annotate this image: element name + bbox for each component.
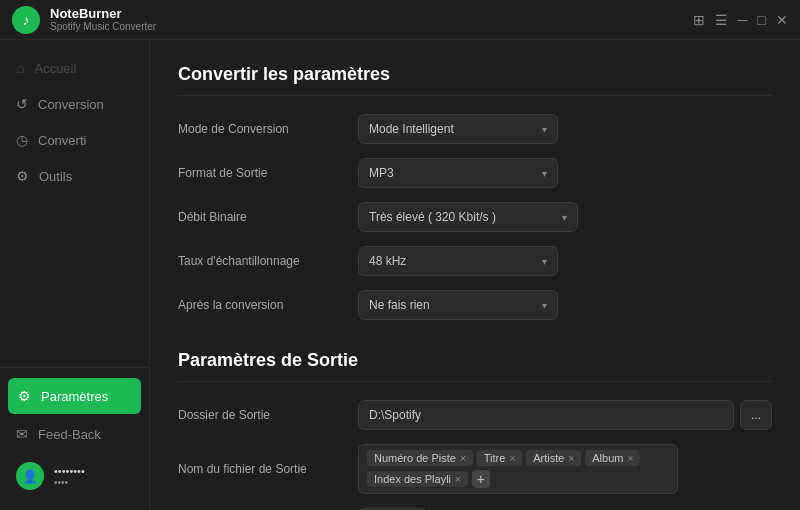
sidebar-label-outils: Outils: [39, 169, 72, 184]
dropdown-mode-value: Mode Intelligent: [369, 122, 454, 136]
dropdown-debit-value: Très élevé ( 320 Kbit/s ): [369, 210, 496, 224]
tag-artiste: Artiste ×: [526, 450, 581, 466]
tag-label: Numéro de Piste: [374, 452, 456, 464]
dropdown-format-value: MP3: [369, 166, 394, 180]
close-button[interactable]: ✕: [776, 12, 788, 28]
user-status: ••••: [54, 477, 85, 488]
section-conversion-title: Convertir les paramètres: [178, 64, 772, 96]
user-profile[interactable]: 👤 •••••••• ••••: [0, 452, 149, 500]
row-nom-fichier: Nom du fichier de Sortie Numéro de Piste…: [178, 444, 772, 494]
minimize-icon[interactable]: ─: [738, 12, 748, 28]
tag-titre: Titre ×: [477, 450, 522, 466]
control-dossier: ...: [358, 400, 772, 430]
titlebar: ♪ NoteBurner Spotify Music Converter ⊞ ☰…: [0, 0, 800, 40]
sidebar-item-feedback[interactable]: ✉ Feed-Back: [0, 416, 149, 452]
path-input-row: ...: [358, 400, 772, 430]
converti-icon: ◷: [16, 132, 28, 148]
browse-button[interactable]: ...: [740, 400, 772, 430]
tools-icon: ⚙: [16, 168, 29, 184]
dropdown-taux[interactable]: 48 kHz ▾: [358, 246, 558, 276]
row-taux-echantillonnage: Taux d'échantillonnage 48 kHz ▾: [178, 246, 772, 276]
row-dossier-sortie: Dossier de Sortie ...: [178, 400, 772, 430]
dropdown-debit[interactable]: Très élevé ( 320 Kbit/s ) ▾: [358, 202, 578, 232]
dropdown-apres-value: Ne fais rien: [369, 298, 430, 312]
user-avatar-icon: 👤: [22, 469, 38, 484]
feedback-icon: ✉: [16, 426, 28, 442]
grid-icon[interactable]: ⊞: [693, 12, 705, 28]
titlebar-controls: ⊞ ☰ ─ □ ✕: [693, 12, 788, 28]
sidebar-item-accueil[interactable]: ⌂ Accueil: [0, 50, 149, 86]
sidebar-label-accueil: Accueil: [34, 61, 76, 76]
control-debit-binaire: Très élevé ( 320 Kbit/s ) ▾: [358, 202, 772, 232]
app-name: NoteBurner: [50, 6, 156, 22]
sidebar: ⌂ Accueil ↺ Conversion ◷ Converti ⚙ Outi…: [0, 40, 150, 510]
app-logo: ♪: [12, 6, 40, 34]
sidebar-label-conversion: Conversion: [38, 97, 104, 112]
dropdown-mode-conversion[interactable]: Mode Intelligent ▾: [358, 114, 558, 144]
menu-icon[interactable]: ☰: [715, 12, 728, 28]
sidebar-label-converti: Converti: [38, 133, 86, 148]
control-format-sortie: MP3 ▾: [358, 158, 772, 188]
label-mode-conversion: Mode de Conversion: [178, 122, 358, 136]
tag-label: Album: [592, 452, 623, 464]
sidebar-item-conversion[interactable]: ↺ Conversion: [0, 86, 149, 122]
row-mode-conversion: Mode de Conversion Mode Intelligent ▾: [178, 114, 772, 144]
sidebar-item-parametres[interactable]: ⚙ Paramètres: [8, 378, 141, 414]
tag-label: Titre: [484, 452, 506, 464]
sidebar-item-converti[interactable]: ◷ Converti: [0, 122, 149, 158]
logo-icon: ♪: [23, 12, 30, 28]
add-tag-button[interactable]: +: [472, 470, 490, 488]
dropdown-taux-value: 48 kHz: [369, 254, 406, 268]
main-layout: ⌂ Accueil ↺ Conversion ◷ Converti ⚙ Outi…: [0, 40, 800, 510]
dropdown-format[interactable]: MP3 ▾: [358, 158, 558, 188]
control-apres: Ne fais rien ▾: [358, 290, 772, 320]
label-nom-fichier: Nom du fichier de Sortie: [178, 462, 358, 476]
label-dossier-sortie: Dossier de Sortie: [178, 408, 358, 422]
home-icon: ⌂: [16, 60, 24, 76]
tag-album: Album ×: [585, 450, 640, 466]
row-apres-conversion: Après la conversion Ne fais rien ▾: [178, 290, 772, 320]
tag-close-icon[interactable]: ×: [460, 453, 466, 464]
user-avatar: 👤: [16, 462, 44, 490]
chevron-down-icon: ▾: [542, 168, 547, 179]
control-nom-fichier: Numéro de Piste × Titre × Artiste × Al: [358, 444, 772, 494]
sidebar-bottom: ⚙ Paramètres ✉ Feed-Back 👤 •••••••• ••••: [0, 367, 149, 500]
chevron-down-icon: ▾: [542, 256, 547, 267]
row-debit-binaire: Débit Binaire Très élevé ( 320 Kbit/s ) …: [178, 202, 772, 232]
tag-close-icon[interactable]: ×: [509, 453, 515, 464]
tag-close-icon[interactable]: ×: [627, 453, 633, 464]
content-area: Convertir les paramètres Mode de Convers…: [150, 40, 800, 510]
tag-numero-piste: Numéro de Piste ×: [367, 450, 473, 466]
sidebar-label-feedback: Feed-Back: [38, 427, 101, 442]
tag-index-playli: Index des Playli ×: [367, 471, 468, 487]
row-format-sortie: Format de Sortie MP3 ▾: [178, 158, 772, 188]
app-subtitle: Spotify Music Converter: [50, 21, 156, 33]
sidebar-label-parametres: Paramètres: [41, 389, 108, 404]
chevron-down-icon: ▾: [542, 124, 547, 135]
settings-icon: ⚙: [18, 388, 31, 404]
dropdown-apres[interactable]: Ne fais rien ▾: [358, 290, 558, 320]
chevron-down-icon: ▾: [542, 300, 547, 311]
section-output-title: Paramètres de Sortie: [178, 350, 772, 382]
tag-close-icon[interactable]: ×: [455, 474, 461, 485]
control-taux: 48 kHz ▾: [358, 246, 772, 276]
user-name: ••••••••: [54, 465, 85, 477]
folder-path-input[interactable]: [358, 400, 734, 430]
filename-tags-container: Numéro de Piste × Titre × Artiste × Al: [358, 444, 678, 494]
section-conversion: Convertir les paramètres Mode de Convers…: [178, 64, 772, 320]
maximize-icon[interactable]: □: [758, 12, 766, 28]
app-title-block: NoteBurner Spotify Music Converter: [50, 6, 156, 34]
label-taux-echantillonnage: Taux d'échantillonnage: [178, 254, 358, 268]
label-format-sortie: Format de Sortie: [178, 166, 358, 180]
tag-label: Index des Playli: [374, 473, 451, 485]
conversion-icon: ↺: [16, 96, 28, 112]
tag-close-icon[interactable]: ×: [568, 453, 574, 464]
label-apres-conversion: Après la conversion: [178, 298, 358, 312]
control-mode-conversion: Mode Intelligent ▾: [358, 114, 772, 144]
sidebar-item-outils[interactable]: ⚙ Outils: [0, 158, 149, 194]
section-output: Paramètres de Sortie Dossier de Sortie .…: [178, 350, 772, 510]
label-debit-binaire: Débit Binaire: [178, 210, 358, 224]
tag-label: Artiste: [533, 452, 564, 464]
chevron-down-icon: ▾: [562, 212, 567, 223]
titlebar-left: ♪ NoteBurner Spotify Music Converter: [12, 6, 156, 34]
